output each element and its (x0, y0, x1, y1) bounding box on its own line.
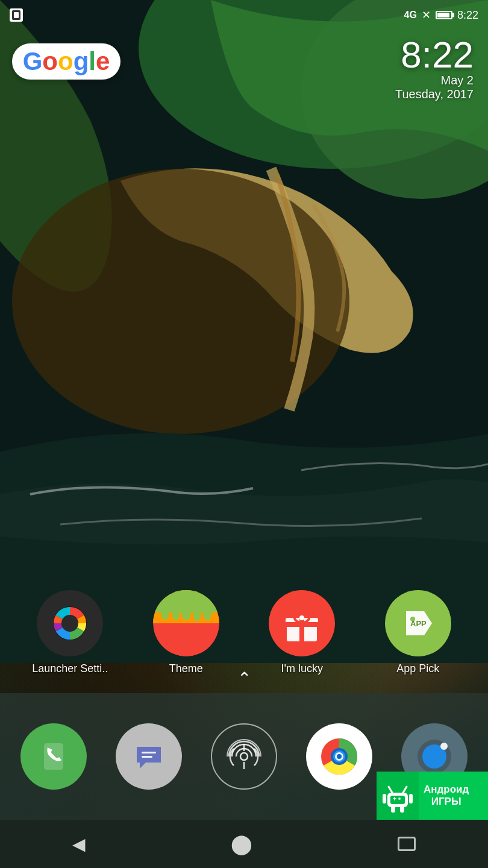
clock-time: 8:22 (395, 36, 474, 74)
android-badge-icon (377, 772, 419, 820)
svg-point-14 (203, 606, 211, 620)
svg-point-20 (299, 615, 304, 620)
svg-line-37 (389, 787, 392, 793)
app-row: Launcher Setti.. Theme (0, 590, 488, 675)
im-lucky-label: I'm lucky (281, 662, 323, 675)
status-right: 4G ✕ 8:22 (404, 8, 478, 22)
clock-widget: 8:22 May 2 Tuesday, 2017 (395, 36, 474, 101)
phone-dock-item[interactable] (20, 723, 87, 790)
svg-rect-23 (142, 752, 156, 753)
nav-bar: ◀ ⬤ (0, 820, 488, 868)
status-bar: 4G ✕ 8:22 (0, 0, 488, 30)
svg-point-13 (193, 608, 201, 621)
google-logo: Google (23, 49, 110, 74)
theme-label: Theme (169, 662, 203, 675)
back-button[interactable]: ◀ (72, 834, 86, 854)
chrome-dock-item[interactable] (306, 723, 372, 790)
signal-x-icon: ✕ (422, 8, 431, 22)
messages-dock-item[interactable] (116, 723, 182, 790)
svg-point-32 (337, 754, 342, 759)
fingerprint-dock-item[interactable] (211, 723, 277, 790)
svg-text:APP: APP (410, 619, 427, 628)
svg-point-11 (172, 608, 180, 620)
app-pick-label: App Pick (396, 662, 439, 675)
app-pick-icon: APP (385, 590, 451, 656)
im-lucky-icon (269, 590, 335, 656)
svg-rect-44 (400, 806, 404, 813)
svg-point-12 (181, 603, 191, 620)
launcher-settings-app[interactable]: Launcher Setti.. (19, 590, 121, 675)
status-time: 8:22 (457, 9, 478, 22)
home-button[interactable]: ⬤ (231, 832, 252, 855)
svg-rect-24 (142, 756, 152, 758)
clock-date: May 2 Tuesday, 2017 (395, 74, 474, 101)
sim-card-icon (10, 8, 23, 22)
clock-month-day: May 2 (441, 74, 474, 87)
signal-4g-icon: 4G (404, 10, 417, 20)
svg-point-25 (240, 753, 248, 760)
svg-rect-48 (394, 797, 395, 800)
android-games-badge[interactable]: Андроид ИГРЫ (377, 772, 488, 820)
launcher-settings-icon (37, 590, 103, 656)
app-pick-app[interactable]: APP App Pick (367, 590, 469, 675)
launcher-settings-label: Launcher Setti.. (32, 662, 108, 675)
status-left (10, 8, 23, 22)
svg-point-10 (161, 605, 169, 620)
google-search-bar[interactable]: Google (12, 43, 120, 80)
swipe-up-indicator[interactable]: ⌃ (237, 668, 251, 688)
battery-icon (436, 11, 452, 19)
svg-rect-43 (391, 806, 395, 813)
clock-weekday: Tuesday, 2017 (395, 87, 474, 101)
svg-point-35 (440, 743, 448, 750)
theme-icon (153, 590, 219, 656)
theme-app[interactable]: Theme (135, 590, 237, 675)
svg-rect-41 (383, 794, 386, 804)
svg-rect-42 (409, 794, 413, 804)
android-badge-text: Андроид ИГРЫ (419, 784, 474, 808)
svg-line-38 (403, 787, 407, 793)
svg-rect-45 (390, 796, 405, 804)
recents-button[interactable] (398, 837, 416, 851)
im-lucky-app[interactable]: I'm lucky (251, 590, 353, 675)
svg-point-5 (61, 615, 78, 632)
svg-point-46 (398, 797, 401, 800)
